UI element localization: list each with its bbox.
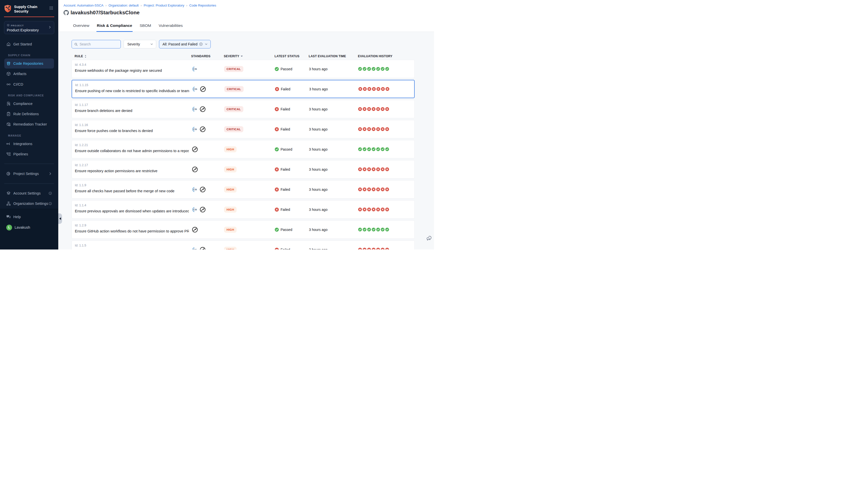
sidebar-item-compliance[interactable]: Compliance: [4, 99, 54, 108]
sidebar-item-remediation-tracker[interactable]: Remediation Tracker: [4, 120, 54, 129]
owasp-icon: [200, 247, 206, 250]
sidebar-collapse-handle[interactable]: [58, 214, 62, 224]
breadcrumb-separator: ›: [186, 4, 188, 7]
breadcrumb-link[interactable]: Code Repositories: [189, 3, 216, 7]
org-chart-icon: [6, 201, 11, 206]
owasp-icon: [200, 207, 206, 212]
table-row[interactable]: Id: 1.2.17 Ensure repository action perm…: [72, 160, 415, 179]
info-icon: [48, 192, 52, 195]
check-circle-icon: [367, 228, 371, 231]
x-circle-icon: [358, 127, 362, 131]
last-evaluation-time: 3 hours ago: [309, 87, 358, 91]
sidebar-item-rule-definitions[interactable]: Rule Definitions: [4, 109, 54, 119]
rule-id: Id: 1.1.5: [75, 244, 189, 247]
nav-section-heading: SUPPLY CHAIN: [8, 54, 58, 57]
sidebar-item-integrations[interactable]: Integrations: [4, 139, 54, 149]
check-circle-icon: [372, 67, 375, 71]
sidebar-item-organization-settings[interactable]: Organization Settings: [4, 199, 54, 209]
sidebar-item-pipelines[interactable]: Pipelines: [4, 149, 54, 159]
breadcrumb-link[interactable]: Account: Automation-SSCA: [63, 3, 104, 7]
owasp-icon: [192, 146, 198, 153]
cube-icon: [6, 72, 11, 76]
x-circle-icon: [367, 248, 371, 250]
latest-status: Passed: [275, 228, 309, 232]
x-circle-icon: [363, 208, 366, 211]
x-circle-icon: [363, 168, 366, 171]
chat-support-icon[interactable]: [426, 235, 433, 241]
sidebar-item-project-settings[interactable]: Project Settings: [4, 169, 54, 179]
status-label: Passed: [280, 228, 292, 232]
check-circle-icon: [367, 147, 371, 151]
latest-status: Failed: [275, 87, 309, 91]
sidebar-item-get-started[interactable]: Get Started: [4, 39, 54, 49]
status-filter-dropdown[interactable]: All: Passed and Failed: [159, 40, 211, 48]
svg-text:CIS: CIS: [193, 188, 197, 191]
failed-x-icon: [275, 127, 279, 131]
x-circle-icon: [367, 187, 371, 191]
help-chat-icon: ?: [6, 215, 11, 219]
sidebar-item-code-repositories[interactable]: Code Repositories: [4, 59, 54, 68]
module-grid-icon[interactable]: [49, 6, 54, 11]
severity-badge: HIGH: [224, 227, 237, 233]
document-search-icon: [6, 101, 11, 106]
table-row[interactable]: Id: 1.1.16 Ensure force pushes code to b…: [72, 120, 415, 138]
rule-name: Ensure pushing of new code is restricted…: [75, 89, 189, 93]
home-icon: [6, 42, 11, 46]
table-row[interactable]: Id: 1.2.21 Ensure outside collaborators …: [72, 140, 415, 158]
table-row[interactable]: Id: 1.1.4 Ensure previous approvals are …: [72, 200, 415, 219]
search-input[interactable]: [80, 42, 117, 46]
owasp-icon: [200, 86, 206, 92]
clear-filter-icon[interactable]: [199, 42, 203, 46]
table-row[interactable]: Id: 1.1.5 CIS HIGH Failed 3 hours ago: [72, 241, 415, 250]
x-circle-icon: [363, 248, 366, 250]
check-circle-icon: [358, 228, 362, 231]
severity-filter-dropdown[interactable]: Severity: [123, 40, 156, 48]
x-circle-icon: [381, 248, 385, 250]
status-filter-value: All: Passed and Failed: [162, 42, 199, 46]
check-circle-icon: [376, 147, 380, 151]
x-circle-icon: [385, 187, 389, 191]
tab-vulnerabilities[interactable]: Vulnerabilities: [158, 23, 183, 32]
sidebar-header: Supply Chain Security: [0, 0, 58, 14]
sidebar-item-help[interactable]: ? Help: [4, 212, 54, 222]
user-menu[interactable]: L Lavakush: [0, 222, 58, 233]
latest-status: Failed: [275, 127, 309, 131]
sidebar-item-label: Integrations: [13, 142, 52, 146]
status-label: Failed: [280, 187, 290, 192]
column-label: SEVERITY: [224, 54, 239, 58]
page-title: lavakush07/StarbucksClone: [71, 10, 140, 15]
nav-section-heading: MANAGE: [8, 134, 58, 137]
table-row[interactable]: Id: 1.1.15 Ensure pushing of new code is…: [72, 80, 415, 98]
sidebar-item-ci-cd[interactable]: CI/CD: [4, 79, 54, 89]
tab-risk-compliance[interactable]: Risk & Compliance: [96, 23, 133, 32]
severity-badge: CRITICAL: [224, 86, 244, 92]
passed-check-icon: [275, 147, 279, 151]
tab-overview[interactable]: Overview: [73, 23, 90, 32]
severity-badge: CRITICAL: [224, 66, 243, 72]
tab-sbom[interactable]: SBOM: [139, 23, 152, 32]
table-row[interactable]: Id: 1.2.9 Ensure GitHub action workflows…: [72, 220, 415, 239]
breadcrumb-link[interactable]: Organization: default: [108, 3, 138, 7]
column-header-severity[interactable]: SEVERITY: [224, 54, 275, 58]
project-selector[interactable]: PROJECT Product Exploratory: [4, 21, 54, 34]
column-header-rule[interactable]: RULE: [72, 54, 191, 58]
x-circle-icon: [363, 127, 366, 131]
standards-cell: CIS: [191, 66, 224, 72]
table-row[interactable]: Id: 1.1.9 Ensure all checks have passed …: [72, 180, 415, 198]
svg-text:CIS: CIS: [193, 249, 197, 250]
table-row[interactable]: Id: 1.1.17 Ensure branch deletions are d…: [72, 100, 415, 118]
column-label: LATEST STATUS: [275, 54, 299, 58]
brand-divider: [4, 16, 54, 17]
rule-id: Id: 1.1.4: [75, 204, 189, 207]
sidebar: Supply Chain Security PROJECT Product Ex…: [0, 0, 58, 250]
severity-badge: HIGH: [224, 167, 237, 172]
table-row[interactable]: Id: 4.3.4 Ensure webhooks of the package…: [72, 60, 415, 78]
breadcrumb-link[interactable]: Project: Product Exploratory: [144, 3, 184, 7]
sidebar-item-account-settings[interactable]: Account Settings: [4, 188, 54, 198]
sidebar-item-artifacts[interactable]: Artifacts: [4, 69, 54, 79]
x-circle-icon: [381, 107, 385, 111]
app-window: Supply Chain Security PROJECT Product Ex…: [0, 0, 434, 250]
rule-name: Ensure previous approvals are dismissed …: [75, 209, 189, 213]
failed-x-icon: [275, 107, 279, 111]
code-repo-icon: [6, 61, 11, 66]
